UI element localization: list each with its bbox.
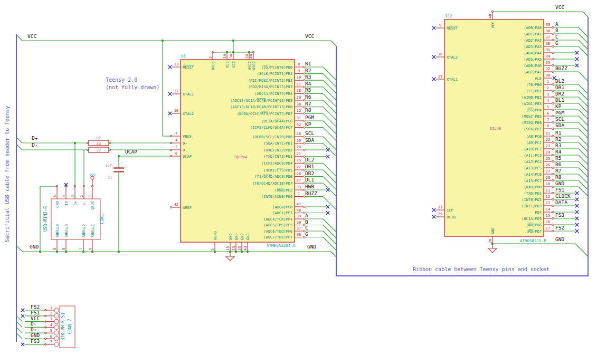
net-label[interactable]: FS1	[31, 310, 40, 315]
net-label[interactable]: G	[305, 231, 308, 237]
net-label-gnd-right[interactable]: GND	[555, 236, 564, 242]
net-label[interactable]: B	[305, 219, 308, 225]
pin-name: (OC0B/SCL/INT0)PD0	[252, 135, 292, 139]
net-label[interactable]: VCC	[31, 315, 40, 321]
usb-connector[interactable]: USB-MINI-BCON15GND4ID3D+2D-1VBUS9SHELL48…	[43, 186, 105, 252]
conn7-connector[interactable]: B7K-PH-K-S1CONN_71234567	[45, 306, 75, 348]
net-label[interactable]: R8	[555, 174, 562, 180]
net-label[interactable]: D-	[31, 321, 36, 327]
pin-name: (SCK)PB7	[524, 127, 542, 131]
net-label[interactable]: R6	[305, 94, 311, 100]
net-label[interactable]: HWB	[305, 184, 314, 189]
net-label[interactable]: FS1	[555, 187, 564, 193]
pin-name: D-	[82, 201, 87, 205]
pin-name: (ADC4/TCK)PF4	[263, 217, 292, 222]
no-connect-icon	[432, 26, 435, 30]
vcc-flag-label: vcc	[89, 173, 96, 177]
pin-number: 37	[546, 35, 550, 40]
net-label[interactable]: DR1	[305, 164, 314, 169]
pin-number: 34	[229, 54, 233, 59]
pin-number: 5	[211, 248, 215, 251]
net-label[interactable]: R4	[555, 149, 562, 155]
net-label-gnd-left[interactable]: GND	[30, 244, 39, 250]
ic-u1[interactable]: U1ATMEGA32U4-ATQFP4413RESET17XTAL116XTAL…	[172, 52, 304, 252]
net-label[interactable]: KP	[305, 121, 311, 127]
net-label[interactable]: R3	[305, 74, 311, 80]
net-label[interactable]: DL1	[305, 177, 314, 183]
net-label[interactable]: FS2	[31, 304, 40, 310]
net-label[interactable]: A	[305, 213, 308, 218]
net-label[interactable]: C	[555, 34, 558, 40]
net-label[interactable]: G	[555, 40, 558, 46]
pin-number: 1	[298, 192, 300, 196]
ic-reference[interactable]: U1	[181, 54, 186, 59]
net-label[interactable]: SCL	[555, 116, 564, 122]
net-label[interactable]: DL2	[305, 157, 314, 162]
no-connect-icon	[575, 210, 579, 214]
net-label[interactable]: R2	[555, 136, 561, 142]
ic-part-name: AT90S8515-P	[520, 238, 546, 243]
pin-number: 32	[546, 67, 550, 71]
net-label[interactable]: B	[555, 27, 558, 33]
net-label[interactable]: FS3	[31, 338, 40, 344]
net-label[interactable]: A	[555, 21, 558, 27]
net-label[interactable]: R1	[305, 61, 311, 66]
net-label-dminus[interactable]: D-	[32, 142, 37, 148]
net-label[interactable]: GND	[555, 180, 564, 186]
net-label[interactable]: PGM	[305, 114, 314, 120]
pin-name: (SDA/INT1)PD1	[263, 141, 292, 146]
ic-ic2[interactable]: IC2AT90S8515-PDIL409RESET18XTAL219XTAL13…	[436, 12, 552, 244]
net-label[interactable]: R5	[305, 87, 311, 93]
net-label[interactable]: FS3	[555, 212, 564, 218]
pin-name: (ADC6/TDO)PF6	[263, 229, 292, 234]
pin-number: 12	[297, 109, 301, 113]
net-label[interactable]: SCL	[305, 130, 314, 136]
net-label[interactable]: CLOCK	[555, 193, 571, 199]
net-label[interactable]: R7	[555, 168, 561, 174]
wire	[331, 41, 336, 46]
net-label[interactable]: DR2	[305, 170, 314, 176]
net-label-vcc-left[interactable]: VCC	[27, 33, 36, 39]
net-label-dplus[interactable]: D+	[32, 135, 38, 141]
pin-end-circle	[552, 154, 554, 156]
wire	[323, 197, 336, 210]
net-label[interactable]: R4	[305, 81, 311, 87]
vcc-flag[interactable]: vcc	[89, 173, 96, 186]
net-label[interactable]: R1	[555, 130, 562, 136]
net-label-vcc-right[interactable]: VCC	[555, 4, 564, 10]
net-label-gnd-mid[interactable]: GND	[307, 244, 316, 250]
net-label[interactable]: R3	[555, 142, 561, 148]
net-label[interactable]: D+	[31, 327, 37, 332]
net-label[interactable]: R8	[305, 107, 311, 113]
pin-name: RESET	[183, 65, 194, 70]
pin-number: 17	[546, 226, 550, 231]
pin-number: 7	[175, 131, 177, 136]
net-label-ucap[interactable]: UCAP	[125, 149, 137, 155]
capacitor-c4[interactable]: 1uFC4	[105, 164, 124, 180]
net-label[interactable]: BUZZ	[555, 65, 567, 71]
pin-name: AREF	[183, 206, 192, 210]
net-label[interactable]: DR2	[555, 91, 564, 97]
net-label[interactable]: DATA	[555, 199, 567, 205]
pin-name: (AD5)PA5	[524, 58, 542, 62]
no-connect-icon	[432, 55, 435, 59]
net-label[interactable]: SDA	[305, 137, 314, 143]
net-label[interactable]: R5	[555, 155, 561, 161]
net-label[interactable]: KP	[555, 103, 562, 109]
ic-reference[interactable]: IC2	[445, 14, 452, 18]
net-label[interactable]: BUZZ	[305, 190, 317, 196]
net-label[interactable]: DL2	[555, 78, 564, 84]
net-label[interactable]: GND	[31, 332, 40, 338]
net-label[interactable]: R2	[305, 68, 311, 73]
net-label[interactable]: FS2	[555, 225, 564, 231]
net-label[interactable]: SDA	[555, 122, 564, 128]
no-connect-icon	[21, 314, 24, 318]
wire	[323, 113, 336, 127]
net-label[interactable]: R6	[555, 161, 562, 167]
net-label[interactable]: C	[305, 225, 308, 231]
net-label[interactable]: DR1	[555, 84, 564, 90]
net-label[interactable]: R7	[305, 101, 311, 107]
net-label[interactable]: PGM	[555, 110, 564, 116]
net-label[interactable]: DL1	[555, 97, 564, 103]
net-label-vcc-mid[interactable]: VCC	[305, 33, 314, 39]
